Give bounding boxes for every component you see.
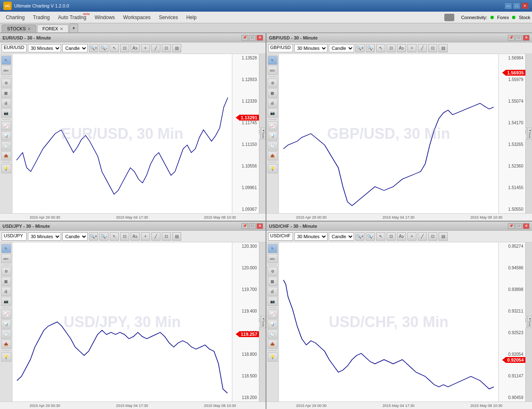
menu-windows[interactable]: Windows <box>91 13 119 22</box>
charttype-select-eur-usd[interactable]: Candle <box>62 44 88 52</box>
zoom-out-btn-chf[interactable]: 🔍- <box>366 232 375 241</box>
light-tool-chf[interactable]: 💡 <box>268 352 278 362</box>
camera-icon[interactable] <box>444 14 454 21</box>
export-tool-jpy[interactable]: 📤 <box>1 340 11 349</box>
close-chart-button-jpy[interactable]: ✕ <box>256 223 263 229</box>
settings-tool-gbp[interactable]: ⚙ <box>268 79 278 88</box>
tab-forex-close[interactable]: ✕ <box>60 27 63 31</box>
print-tool-gbp[interactable]: 🖨 <box>268 99 278 108</box>
tools-toggle-chf[interactable]: ◄Tools <box>527 316 532 328</box>
zoom-out-btn-jpy[interactable]: 🔍- <box>99 232 108 241</box>
restore-button[interactable]: □ <box>249 35 256 41</box>
arrow-tool-jpy[interactable]: ↖ <box>1 244 11 253</box>
export-tool-chf[interactable]: 📤 <box>268 340 278 349</box>
settings-tool-jpy[interactable]: ⚙ <box>1 267 11 276</box>
restore-button-jpy[interactable]: □ <box>249 223 256 229</box>
zoom-in-btn-chf[interactable]: 🔍+ <box>355 232 365 241</box>
bracket-btn-gbp[interactable]: ⊡ <box>428 44 437 52</box>
chart-type-tool-jpy[interactable]: 📊 <box>1 320 11 329</box>
pointer-btn-chf[interactable]: ↖ <box>376 232 385 241</box>
pin-button-gbp[interactable]: 📌 <box>508 35 515 41</box>
zoom-out-btn[interactable]: 🔍- <box>99 44 108 52</box>
indicator-tool[interactable]: 📈 <box>1 121 11 131</box>
print-tool-jpy[interactable]: 🖨 <box>1 287 11 296</box>
crosshair-btn-gbp[interactable]: + <box>407 44 416 52</box>
pin-button-jpy[interactable]: 📌 <box>241 223 248 229</box>
symbol-input-usd-jpy[interactable]: USD/JPY <box>2 232 27 241</box>
charttype-select-usd-jpy[interactable]: Candle <box>62 232 88 241</box>
grid-tool[interactable]: ▦ <box>1 89 11 98</box>
pointer-btn[interactable]: ↖ <box>110 44 119 52</box>
interval-btn[interactable]: ▤ <box>172 44 181 52</box>
line-btn-jpy[interactable]: ╱ <box>151 232 160 241</box>
close-chart-button-chf[interactable]: ✕ <box>523 223 530 229</box>
arrow-tool-chf[interactable]: ↖ <box>268 244 278 253</box>
crosshair-btn[interactable]: + <box>141 44 150 52</box>
annotate-btn-gbp[interactable]: Aↄ <box>397 44 406 52</box>
zoom-in-btn-jpy[interactable]: 🔍+ <box>89 232 98 241</box>
tools-toggle[interactable]: ◄Tools <box>261 128 266 140</box>
restore-button-chf[interactable]: □ <box>515 223 522 229</box>
charttype-select-gbp-usd[interactable]: Candle <box>329 44 354 52</box>
pointer-btn-jpy[interactable]: ↖ <box>110 232 119 241</box>
camera-tool-chf[interactable]: 📷 <box>268 297 278 306</box>
bracket-btn[interactable]: ⊡ <box>162 44 171 52</box>
charttype-select-usd-chf[interactable]: Candle <box>329 232 354 241</box>
timeframe-select-gbp-usd[interactable]: 30 Minutes <box>294 44 328 52</box>
tab-add-button[interactable]: + <box>69 24 78 32</box>
interval-btn-jpy[interactable]: ▤ <box>172 232 181 241</box>
print-tool[interactable]: 🖨 <box>1 99 11 108</box>
settings-tool-chf[interactable]: ⚙ <box>268 267 278 276</box>
menu-services[interactable]: Services <box>155 13 182 22</box>
menu-trading[interactable]: Trading <box>29 13 54 22</box>
grid-tool-chf[interactable]: ▦ <box>268 277 278 286</box>
pin-button[interactable]: 📌 <box>241 35 248 41</box>
camera-tool-jpy[interactable]: 📷 <box>1 297 11 306</box>
arrow-tool-gbp[interactable]: ↖ <box>268 56 278 65</box>
text-tool-jpy[interactable]: abc <box>1 254 11 263</box>
timeframe-select-usd-jpy[interactable]: 30 Minutes <box>28 232 61 241</box>
close-button[interactable]: ✕ <box>521 2 529 9</box>
crosshair-btn-chf[interactable]: + <box>407 232 416 241</box>
fit-btn-jpy[interactable]: ⊡ <box>120 232 129 241</box>
zoom-in-btn-gbp[interactable]: 🔍+ <box>355 44 365 52</box>
minimize-button[interactable]: — <box>505 2 512 9</box>
line-btn-gbp[interactable]: ╱ <box>418 44 427 52</box>
pin-button-chf[interactable]: 📌 <box>508 223 515 229</box>
symbol-input-eur-usd[interactable]: EUR/USD <box>2 44 27 52</box>
chart-type-tool[interactable]: 📊 <box>1 131 11 140</box>
grid-tool-gbp[interactable]: ▦ <box>268 89 278 98</box>
grid-tool-jpy[interactable]: ▦ <box>1 277 11 286</box>
light-tool-gbp[interactable]: 💡 <box>268 164 278 173</box>
light-tool[interactable]: 💡 <box>1 164 11 173</box>
camera-tool[interactable]: 📷 <box>1 108 11 118</box>
symbol-input-usd-chf[interactable]: USD/CHF <box>268 232 293 241</box>
tab-stocks[interactable]: STOCKS ✕ <box>2 25 36 32</box>
camera-tool-gbp[interactable]: 📷 <box>268 108 278 118</box>
text-tool-chf[interactable]: abc <box>268 254 278 263</box>
line-btn[interactable]: ╱ <box>151 44 160 52</box>
close-chart-button-gbp[interactable]: ✕ <box>523 35 530 41</box>
close-chart-button[interactable]: ✕ <box>256 35 263 41</box>
bracket-btn-jpy[interactable]: ⊡ <box>162 232 171 241</box>
settings-tool[interactable]: ⚙ <box>1 79 11 88</box>
menu-autotrading[interactable]: Auto Trading <box>54 13 91 22</box>
bracket-btn-chf[interactable]: ⊡ <box>428 232 437 241</box>
menu-help[interactable]: Help <box>182 13 201 22</box>
text-tool-gbp[interactable]: abc <box>268 66 278 75</box>
maximize-button[interactable]: □ <box>513 2 520 9</box>
pointer-btn-gbp[interactable]: ↖ <box>376 44 385 52</box>
tab-stocks-close[interactable]: ✕ <box>27 27 31 31</box>
annotate-btn-jpy[interactable]: Aↄ <box>131 232 140 241</box>
indicator-tool-chf[interactable]: 📈 <box>268 310 278 319</box>
fit-btn[interactable]: ⊡ <box>120 44 129 52</box>
annotate-btn[interactable]: Aↄ <box>131 44 140 52</box>
restore-button-gbp[interactable]: □ <box>515 35 522 41</box>
text-tool[interactable]: abc <box>1 66 11 75</box>
fit-btn-chf[interactable]: ⊡ <box>387 232 396 241</box>
crosshair-btn-jpy[interactable]: + <box>141 232 150 241</box>
annotate-btn-chf[interactable]: Aↄ <box>397 232 406 241</box>
chart-type-tool-chf[interactable]: 📊 <box>268 320 278 329</box>
timeframe-select-eur-usd[interactable]: 30 Minutes <box>28 44 61 52</box>
chart-type-tool-gbp[interactable]: 📊 <box>268 131 278 140</box>
